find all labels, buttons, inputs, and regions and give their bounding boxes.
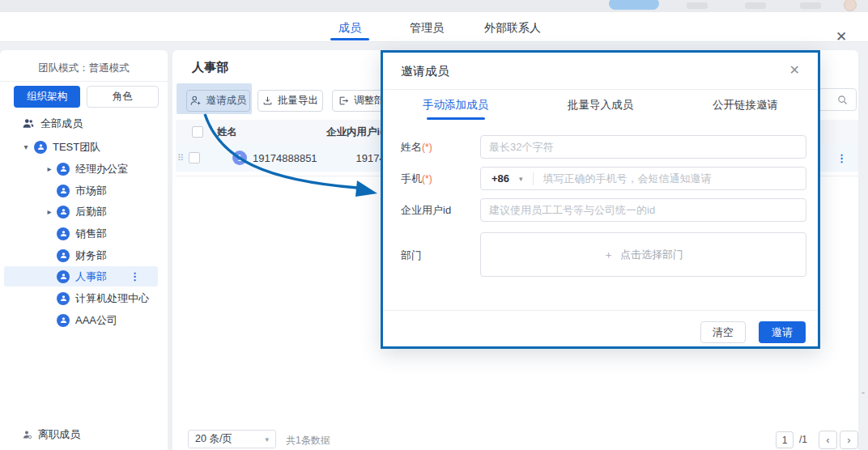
background-window-strip	[0, 0, 868, 12]
label-text: 姓名	[401, 141, 422, 153]
resigned-person-icon	[23, 430, 32, 439]
caret-right-icon[interactable]: ▸	[45, 164, 54, 173]
page-title: 人事部	[192, 60, 228, 75]
caret-right-icon[interactable]: ▸	[45, 207, 54, 216]
sidebar-item-label: 计算机处理中心	[75, 291, 149, 306]
download-icon	[262, 96, 273, 106]
enterprise-id-field-label: 企业用户id	[401, 203, 451, 218]
sidebar-item-label: AAA公司	[75, 313, 117, 328]
tab-manual-add[interactable]: 手动添加成员	[383, 98, 528, 115]
team-members-icon	[23, 118, 34, 129]
divider	[383, 310, 818, 311]
sidebar-item-label: 销售部	[75, 227, 107, 241]
sidebar-item-label: 市场部	[75, 184, 107, 198]
column-header-enterprise-id: 企业内用户id	[326, 125, 386, 139]
required-mark: (*)	[422, 142, 432, 153]
department-icon	[57, 314, 70, 327]
background-shape	[800, 2, 821, 9]
person-add-icon	[190, 96, 202, 106]
background-shape	[687, 2, 708, 9]
overflow-dash: -	[862, 387, 865, 398]
org-structure-button[interactable]: 组织架构	[14, 86, 80, 108]
phone-field-group: +86 ▾	[480, 167, 806, 190]
invite-member-button[interactable]: 邀请成员	[186, 90, 250, 112]
country-code-select[interactable]: +86	[491, 172, 509, 185]
department-picker[interactable]: ＋ 点击选择部门	[480, 232, 806, 277]
enterprise-id-field[interactable]	[480, 198, 806, 222]
avatar: 1	[232, 151, 247, 165]
divider	[533, 172, 534, 185]
sidebar-item-test-team[interactable]: ▾ TEST团队	[21, 137, 100, 157]
prev-page-button[interactable]: ‹	[819, 431, 837, 449]
batch-export-button[interactable]: 批量导出	[257, 90, 323, 112]
sidebar-item-label: 离职成员	[38, 427, 80, 442]
invite-button[interactable]: 邀请	[759, 321, 806, 343]
select-all-checkbox[interactable]	[192, 126, 203, 138]
department-icon	[57, 249, 70, 262]
background-avatar	[844, 0, 857, 11]
modal-tabs: 手动添加成员 批量导入成员 公开链接邀请	[383, 98, 818, 115]
sidebar-item-label: 经理办公室	[75, 162, 128, 176]
divider	[0, 81, 168, 82]
department-picker-label: 点击选择部门	[620, 248, 683, 262]
phone-field-label: 手机(*)	[401, 172, 432, 186]
tab-admins[interactable]: 管理员	[410, 19, 444, 40]
department-icon	[57, 206, 70, 219]
total-count-label: 共1条数据	[286, 434, 330, 448]
sidebar-item-label: TEST团队	[53, 140, 100, 155]
page-size-value: 20 条/页	[195, 432, 232, 446]
role-button[interactable]: 角色	[87, 86, 159, 108]
row-actions-kebab-icon[interactable]: ⋮	[836, 152, 847, 164]
sidebar-item-marketing[interactable]: 市场部	[57, 180, 107, 201]
export-box-icon	[338, 96, 349, 106]
member-tabbar: 成员 管理员 外部联系人 ✕	[0, 12, 868, 42]
close-button[interactable]: ✕	[836, 28, 847, 45]
sidebar-item-sales[interactable]: 销售部	[57, 223, 107, 244]
member-name: 19174888851	[253, 152, 317, 164]
name-field[interactable]	[480, 135, 806, 159]
background-shape	[745, 2, 766, 9]
drag-handle-icon[interactable]: ⠿	[177, 153, 184, 163]
plus-icon: ＋	[603, 248, 614, 262]
required-mark: (*)	[422, 173, 432, 185]
sidebar-item-resigned-members[interactable]: 离职成员	[0, 422, 168, 447]
total-pages-label: /1	[799, 434, 807, 445]
current-page-box[interactable]: 1	[776, 431, 794, 448]
sidebar-item-logistics[interactable]: ▸ 后勤部	[45, 202, 107, 222]
sidebar-item-label: 全部成员	[40, 117, 83, 131]
sidebar-item-manager-office[interactable]: ▸ 经理办公室	[45, 159, 128, 179]
sidebar-item-all-members[interactable]: 全部成员	[23, 113, 83, 134]
kebab-menu-icon[interactable]: ⋮	[130, 270, 140, 282]
page-size-select[interactable]: 20 条/页 ▾	[188, 430, 276, 448]
department-icon	[34, 141, 47, 154]
department-icon	[57, 292, 70, 305]
next-page-button[interactable]: ›	[840, 431, 858, 449]
search-icon[interactable]	[836, 94, 849, 109]
chevron-down-icon[interactable]: ▾	[519, 175, 523, 183]
team-mode-label: 团队模式：普通模式	[0, 62, 168, 75]
column-header-name: 姓名	[217, 125, 237, 139]
sidebar-item-finance[interactable]: 财务部	[57, 245, 107, 265]
sidebar: 团队模式：普通模式 组织架构 角色 全部成员 ▾ TEST团队 ▸ 经理办公室 …	[0, 50, 168, 450]
department-icon	[57, 270, 70, 283]
caret-down-icon[interactable]: ▾	[21, 142, 31, 151]
clear-button[interactable]: 清空	[700, 321, 746, 343]
sidebar-item-computer-center[interactable]: 计算机处理中心	[57, 288, 149, 308]
department-icon	[57, 163, 70, 176]
tab-public-link[interactable]: 公开链接邀请	[673, 98, 818, 115]
department-icon	[57, 227, 70, 240]
phone-field[interactable]	[543, 172, 806, 185]
row-checkbox[interactable]	[189, 152, 200, 163]
tab-external-contacts[interactable]: 外部联系人	[484, 19, 541, 40]
department-field-label: 部门	[401, 248, 422, 263]
sidebar-item-label: 人事部	[75, 270, 107, 284]
sidebar-item-aaa-company[interactable]: AAA公司	[57, 310, 117, 330]
tab-batch-import[interactable]: 批量导入成员	[528, 98, 673, 115]
background-pill	[609, 0, 659, 10]
chevron-down-icon: ▾	[265, 435, 269, 444]
sidebar-item-hr[interactable]: 人事部 ⋮	[4, 266, 158, 287]
modal-close-icon[interactable]: ✕	[789, 62, 800, 78]
tab-members[interactable]: 成员	[338, 19, 361, 40]
label-text: 手机	[401, 172, 422, 185]
button-label: 邀请成员	[206, 94, 247, 108]
